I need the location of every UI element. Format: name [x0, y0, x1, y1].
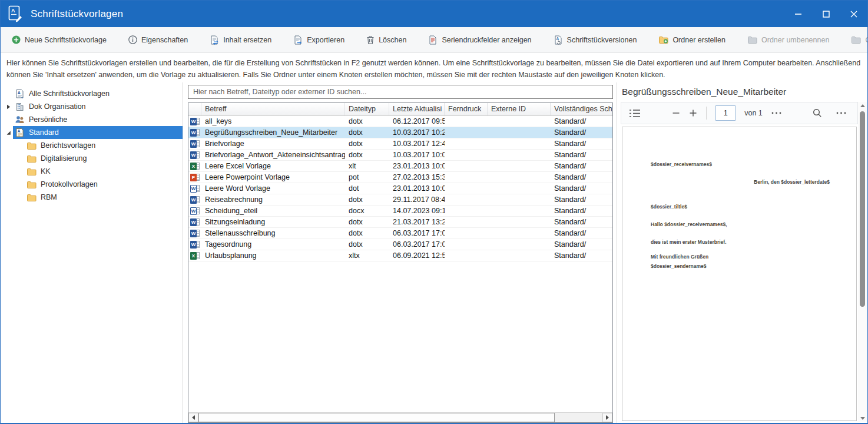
expander-expanded-icon[interactable]	[4, 130, 13, 135]
table-row[interactable]: WReiseabrechnungdotx29.11.2017 08:45Stan…	[188, 194, 612, 206]
tree-item-label: RBM	[41, 193, 57, 201]
cell-letzte: 10.03.2017 10:03	[389, 151, 445, 159]
new-template-button[interactable]: Neue Schriftstückvorlage	[5, 31, 113, 49]
trash-icon	[366, 35, 375, 45]
column-header-ferndruck[interactable]: Ferndruck	[445, 103, 488, 115]
tree-item-standard[interactable]: AStandard	[1, 126, 183, 139]
export-button-label: Exportieren	[307, 36, 344, 44]
delete-button-label: Löschen	[379, 36, 406, 44]
scroll-right-button[interactable]	[602, 413, 612, 422]
cell-dateityp: dotx	[345, 128, 389, 137]
tree-item-pers-nliche[interactable]: Persönliche	[1, 113, 183, 126]
template-versions-button[interactable]: ASchriftstückversionen	[547, 31, 644, 49]
replace-content-icon	[210, 35, 219, 45]
table-row[interactable]: WStellenausschreibungdotx06.03.2017 17:0…	[188, 228, 612, 239]
table-body: Wall_keysdotx06.12.2017 09:52Standard/WB…	[188, 116, 612, 412]
maximize-button[interactable]	[812, 1, 840, 27]
tree-item-label: Berichtsvorlagen	[41, 141, 95, 150]
page-number-input[interactable]: 1	[715, 105, 736, 121]
page-controls: 1 von 1	[672, 105, 781, 121]
tree-item-label: Dok Organisation	[29, 102, 86, 111]
column-header-betreff[interactable]: Betreff	[201, 103, 345, 115]
cell-letzte: 14.07.2023 09:17	[389, 207, 445, 215]
create-folder-button[interactable]: Ordner erstellen	[652, 31, 732, 49]
outline-icon[interactable]	[629, 109, 641, 118]
tree-item-label: Standard	[29, 128, 59, 137]
tree-item-digitalisierung[interactable]: Digitalisierung	[1, 152, 183, 165]
more-options-icon[interactable]	[836, 112, 846, 114]
table-row[interactable]: WBriefvorlagedotx10.03.2017 12:43Standar…	[188, 138, 612, 150]
template-tree: AAlle SchriftstückvorlagenDok Organisati…	[1, 82, 183, 423]
folder-gray-icon	[747, 35, 757, 44]
tree-item-protokollvorlagen[interactable]: Protokollvorlagen	[1, 178, 183, 191]
tree-item-label: Protokollvorlagen	[41, 180, 98, 188]
cell-vollst: Standard/	[551, 229, 612, 237]
column-header-vollst[interactable]: Vollständiges Schri	[551, 103, 612, 115]
table-row[interactable]: XUrlaubsplanungxltx06.09.2021 12:59Stand…	[188, 250, 612, 261]
table-header: BetreffDateitypLetzte AktualisiFerndruck…	[188, 103, 612, 116]
scroll-left-button[interactable]	[188, 413, 198, 422]
new-template-button-label: Neue Schriftstückvorlage	[25, 36, 107, 44]
cell-letzte: 10.03.2017 12:43	[389, 140, 445, 148]
table-row[interactable]: WLeere Word Vorlagedot23.01.2013 10:03St…	[188, 183, 612, 194]
word-file-icon: W	[188, 241, 201, 249]
word-file-icon: W	[188, 196, 201, 204]
column-header-dateityp[interactable]: Dateityp	[345, 103, 389, 115]
cell-letzte: 06.09.2021 12:59	[389, 251, 445, 260]
table-row[interactable]: Wall_keysdotx06.12.2017 09:52Standard/	[188, 116, 612, 127]
cell-betreff: Reiseabrechnung	[201, 196, 345, 204]
rename-folder-button-label: Ordner umbenennen	[761, 36, 829, 44]
show-mailmerge-fields-button[interactable]: Seriendruckfelder anzeigen	[422, 31, 538, 49]
horizontal-scrollbar-track[interactable]	[555, 413, 602, 422]
scroll-up-icon[interactable]	[860, 104, 865, 107]
zoom-in-icon[interactable]	[689, 109, 697, 117]
expander-collapsed-icon[interactable]	[4, 104, 13, 110]
table-row[interactable]: PLeere Powerpoint Vorlagepot27.02.2013 1…	[188, 172, 612, 183]
vertical-scrollbar-thumb[interactable]	[860, 111, 865, 307]
cell-betreff: Leere Word Vorlage	[201, 184, 345, 193]
word-file-icon: W	[188, 230, 201, 237]
info-icon	[128, 35, 137, 44]
cell-dateityp: docx	[345, 207, 389, 215]
search-icon[interactable]	[813, 108, 822, 118]
tree-item-label: Digitalisierung	[41, 154, 87, 163]
svg-text:A: A	[17, 129, 20, 133]
tree-item-alle-schriftst-ckvorlagen[interactable]: AAlle Schriftstückvorlagen	[1, 87, 183, 100]
delete-button[interactable]: Löschen	[360, 31, 413, 49]
scroll-down-icon[interactable]	[860, 417, 865, 420]
properties-button[interactable]: Eigenschaften	[122, 31, 194, 49]
tree-item-label: Persönliche	[29, 115, 67, 124]
cell-vollst: Standard/	[551, 128, 612, 137]
folder-add-icon	[658, 35, 668, 44]
table-row[interactable]: WBriefvorlage_Antwort_Akteneinsichtsantr…	[188, 150, 612, 161]
minimize-button[interactable]	[784, 1, 812, 27]
column-header-icon[interactable]	[188, 103, 201, 115]
word-file-icon: W	[188, 140, 201, 148]
more-page-options-icon[interactable]	[771, 112, 781, 114]
column-header-letzte[interactable]: Letzte Aktualisi	[389, 103, 445, 115]
replace-content-button[interactable]: Inhalt ersetzen	[203, 31, 278, 49]
preview-body: 1 von 1 $dossier_receivernames$Berlin, d…	[621, 102, 867, 422]
close-button[interactable]	[840, 1, 867, 27]
table-row[interactable]: WScheidung_eteildocx14.07.2023 09:17Stan…	[188, 206, 612, 217]
horizontal-scrollbar[interactable]	[188, 412, 612, 422]
search-input[interactable]	[188, 85, 613, 99]
table-row[interactable]: XLeere Excel Vorlagexlt23.01.2013 10:04S…	[188, 161, 612, 172]
table-row[interactable]: WSitzungseinladungdotx21.03.2017 13:29St…	[188, 217, 612, 228]
cell-betreff: Scheidung_eteil	[201, 207, 345, 215]
export-button[interactable]: Exportieren	[287, 31, 351, 49]
folder-gray-icon	[851, 35, 861, 44]
vertical-scrollbar[interactable]	[858, 102, 867, 422]
tree-item-berichtsvorlagen[interactable]: Berichtsvorlagen	[1, 139, 183, 152]
tree-item-dok-organisation[interactable]: Dok Organisation	[1, 100, 183, 113]
zoom-out-icon[interactable]	[672, 109, 680, 117]
cell-letzte: 06.12.2017 09:52	[389, 117, 445, 125]
horizontal-scrollbar-thumb[interactable]	[198, 413, 555, 422]
content-area: AAlle SchriftstückvorlagenDok Organisati…	[1, 82, 867, 423]
table-row[interactable]: WBegrüßungsschreiben_Neue_Mitarbeiterdot…	[188, 127, 612, 138]
column-header-externe[interactable]: Externe ID	[488, 103, 551, 115]
table-row[interactable]: WTagesordnungdotx06.03.2017 17:05Standar…	[188, 239, 612, 250]
tree-item-kk[interactable]: KK	[1, 165, 183, 178]
word-file-icon: W	[188, 218, 201, 226]
tree-item-rbm[interactable]: RBM	[1, 191, 183, 204]
